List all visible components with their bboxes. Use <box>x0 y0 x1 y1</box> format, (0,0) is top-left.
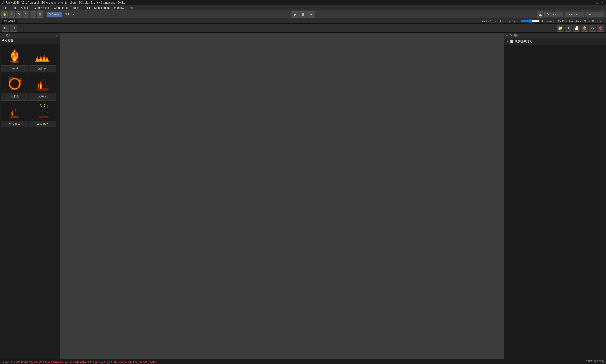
undo-button[interactable]: ↺ <box>2 25 9 32</box>
scale-tool-button[interactable]: ⤡ <box>23 11 29 17</box>
menu-item-help[interactable]: Help <box>126 6 136 10</box>
menu-item-file[interactable]: File <box>1 6 9 10</box>
stats-button[interactable]: Stats <box>584 20 590 23</box>
asset-label-litihuo: 立体火 <box>1 65 28 72</box>
pause-button[interactable]: ⏸ <box>299 11 307 17</box>
asset-label-xianxinghuo: 线性火 <box>29 65 56 72</box>
account-label: Account <box>547 13 556 16</box>
rect-tool-button[interactable]: ▭ <box>30 11 36 17</box>
archive-button[interactable]: 📦 <box>581 25 588 32</box>
layers-arrow-icon: ▼ <box>576 13 578 15</box>
move-tool-button[interactable]: ✛ <box>9 11 15 17</box>
maximize-on-play[interactable]: Maximize On Play <box>546 20 567 23</box>
game-icon: 🎮 <box>4 19 7 22</box>
save-button[interactable]: 💾 <box>573 25 580 32</box>
power-button[interactable]: ⏻ <box>597 25 604 32</box>
menu-item-mobile input[interactable]: Mobile Input <box>92 6 111 10</box>
gizmos-button[interactable]: Gizmos ▼ <box>592 20 604 23</box>
layers-dropdown[interactable]: Layers ▼ <box>565 12 584 17</box>
game-label: Game <box>8 19 15 22</box>
gizmos-label: Gizmos <box>592 20 601 23</box>
asset-item-huozaishigu[interactable]: 火灾事故 <box>1 100 28 128</box>
status-bar: ⊘ Scene 'EditorScene' couldn't be loaded… <box>0 359 606 364</box>
rotate-tool-button[interactable]: ↻ <box>16 11 22 17</box>
add-button[interactable]: + <box>565 25 572 32</box>
menu-item-tools[interactable]: Tools <box>71 6 81 10</box>
asset-item-baozashigu[interactable]: 爆炸事故 <box>29 100 56 128</box>
action-toolbar-right: 📁 + 💾 📦 ⚙ ⏻ <box>557 25 604 32</box>
redo-button[interactable]: ↻ <box>10 25 17 32</box>
layout-arrow-icon: ▼ <box>596 13 598 15</box>
error-icon: ⊘ <box>2 360 4 363</box>
main-layout: ≡ 资源 « 火灾模型 <box>0 33 606 359</box>
credit-text: CSDN @青若羽 <box>586 360 604 363</box>
right-panel: « ⚙ 属性 ▶ ☰ 场景物体列表 <box>504 33 606 359</box>
minimize-button[interactable]: ─ <box>590 1 594 4</box>
play-controls: ▶ ⏸ ⏭ <box>291 11 315 17</box>
svg-point-4 <box>35 88 50 91</box>
left-panel-header: ≡ 资源 « <box>0 33 60 38</box>
asset-item-liutanghuo[interactable]: 流淌火 <box>29 73 56 100</box>
aspect-close-icon: ✕ <box>509 20 511 23</box>
asset-thumbnail-xianxinghuo <box>29 45 56 65</box>
aspect-selector[interactable]: Free Aspect ✕ <box>494 20 511 23</box>
status-error-text: Scene 'EditorScene' couldn't be loaded b… <box>5 360 157 363</box>
asset-thumbnail-huozaishigu <box>1 101 28 121</box>
local-toggle[interactable]: ◎ Local <box>63 12 77 17</box>
layout-dropdown[interactable]: Layout ▼ <box>585 12 604 17</box>
svg-point-8 <box>40 104 41 105</box>
menu-item-component[interactable]: Component <box>52 6 70 10</box>
right-panel-header-label: 属性 <box>513 33 519 37</box>
menu-item-build[interactable]: Build <box>82 6 92 10</box>
asset-thumbnail-huanxinghuo <box>1 73 28 93</box>
asset-item-xianxinghuo[interactable]: 线性火 <box>29 45 56 72</box>
action-toolbar: ↺ ↻ 📁 + 💾 📦 ⚙ ⏻ <box>0 24 606 33</box>
settings-button[interactable]: ⚙ <box>589 25 596 32</box>
asset-item-litihuo[interactable]: 立体火 <box>1 45 28 72</box>
step-button[interactable]: ⏭ <box>307 11 315 17</box>
folder-button[interactable]: 📁 <box>557 25 564 32</box>
transform-tool-button[interactable]: ⊞ <box>37 11 43 17</box>
asset-text-liutanghuo: 流淌火 <box>38 94 47 98</box>
asset-thumbnail-liutanghuo <box>29 73 56 93</box>
scale-slider[interactable] <box>521 20 540 22</box>
asset-text-huozaishigu: 火灾事故 <box>9 122 20 126</box>
asset-text-baozashigu: 爆炸事故 <box>37 122 48 126</box>
right-panel-header: « ⚙ 属性 <box>504 33 606 38</box>
account-dropdown[interactable]: Account ▼ <box>544 12 563 17</box>
svg-point-7 <box>44 104 45 105</box>
center-icon: ⊙ <box>49 13 51 16</box>
asset-thumbnail-litihuo <box>1 45 28 65</box>
left-panel-close-icon[interactable]: « <box>56 34 58 37</box>
toolbar-right: ☁ Account ▼ Layers ▼ Layout ▼ <box>537 11 604 17</box>
panel-header-icon: ≡ <box>2 34 4 37</box>
menu-item-edit[interactable]: Edit <box>10 6 18 10</box>
close-button[interactable]: ✕ <box>601 1 604 4</box>
center-toggle[interactable]: ⊙ Center <box>47 12 62 17</box>
game-tab[interactable]: 🎮 Game <box>2 19 17 23</box>
display-selector[interactable]: Display 1 <box>481 20 492 23</box>
center-panel <box>60 33 504 359</box>
menu-item-assets[interactable]: Assets <box>19 6 31 10</box>
right-panel-collapse-icon[interactable]: « <box>506 34 508 37</box>
maximize-button[interactable]: □ <box>596 1 599 4</box>
left-panel-title-text: 火灾模型 <box>2 39 13 43</box>
title-bar: ⬡ Unity 2018.4.2f1 Personal - EditorLaun… <box>0 0 606 5</box>
asset-item-huanxinghuo[interactable]: 环形火 <box>1 73 28 100</box>
left-panel-title: 火灾模型 <box>0 38 60 44</box>
right-panel-settings-icon: ⚙ <box>510 34 512 37</box>
main-toolbar: ✋ ✛ ↻ ⤡ ▭ ⊞ ⊙ Center ◎ Local ▶ ⏸ ⏭ ☁ Acc… <box>0 10 606 18</box>
assets-row-3: 火灾事故 <box>1 100 59 128</box>
play-button[interactable]: ▶ <box>291 11 299 17</box>
layout-label: Layout <box>587 13 595 16</box>
window-controls: ─ □ ✕ <box>590 0 604 5</box>
hand-tool-button[interactable]: ✋ <box>1 11 8 17</box>
asset-thumbnail-baozashigu <box>29 101 56 121</box>
mute-audio[interactable]: Mute Audio <box>569 20 582 23</box>
center-label: Center <box>52 13 60 16</box>
cloud-button[interactable]: ☁ <box>537 11 543 17</box>
local-icon: ◎ <box>65 13 67 16</box>
menu-item-window[interactable]: Window <box>112 6 126 10</box>
menu-item-gameobject[interactable]: GameObject <box>32 6 51 10</box>
svg-point-5 <box>10 116 19 118</box>
